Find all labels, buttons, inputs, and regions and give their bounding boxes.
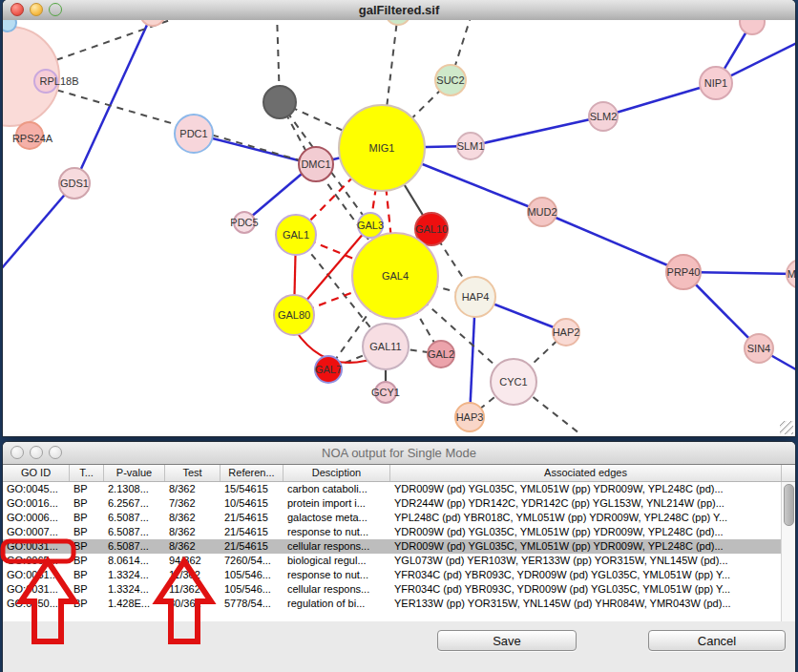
button-panel: Save Cancel [3, 621, 795, 672]
cell-associated-edges: YER133W (pp) YOR315W, YNL145W (pd) YHR08… [390, 597, 782, 611]
cell-test: 7/362 [165, 496, 220, 511]
cell-test: 8/362 [165, 539, 220, 554]
table-row[interactable]: GO:0045...BP2.1308...8/36215/54615carbon… [3, 482, 782, 496]
graph-window: galFiltered.sif RPL18BRPS24AGDS1PDC1DMC1… [3, 0, 795, 436]
cell-test: 80/362 [165, 597, 220, 611]
cell-p-value: 6.5087... [104, 525, 165, 539]
graph-node-label: MIG1 [369, 142, 395, 154]
graph-node-label: GAL2 [428, 348, 454, 360]
cell-test: 94/362 [165, 554, 220, 568]
cell-associated-edges: YDR009W (pd) YGL035C, YML051W (pp) YDR00… [390, 525, 782, 539]
graph-node-label: SLM1 [457, 140, 485, 152]
table-row[interactable]: GO:0031...BP1.3324...11/362105/546...cel… [3, 582, 782, 597]
noa-window: NOA output for Single Mode GO IDT...P-va… [3, 442, 795, 672]
column-header-referen[interactable]: Referen... [220, 465, 284, 481]
graph-node-topright-pink-node[interactable] [740, 20, 765, 34]
noa-window-titlebar[interactable]: NOA output for Single Mode [3, 442, 795, 465]
cell-associated-edges: YDR244W (pp) YDR142C, YDR142C (pp) YGL15… [390, 496, 782, 511]
save-button[interactable]: Save [437, 630, 577, 651]
graph-node-label: HAP3 [456, 411, 484, 423]
resize-grip[interactable] [780, 421, 793, 434]
graph-node-label: HAP4 [462, 291, 490, 303]
graph-node-label: GDS1 [60, 178, 89, 189]
column-header-stub [782, 465, 795, 481]
graph-node-label: GCY1 [371, 387, 400, 398]
graph-edge [471, 116, 603, 146]
cell-associated-edges: YDR009W (pd) YGL035C, YML051W (pp) YDR00… [390, 539, 782, 554]
network-canvas[interactable]: RPL18BRPS24AGDS1PDC1DMC1MIG1SUC2SLM1SLM2… [3, 20, 795, 436]
table-row[interactable]: GO:0050...BP1.428E...80/3625778/54...reg… [3, 597, 782, 611]
cell-type: BP [70, 539, 104, 554]
table-row[interactable]: GO:0065...BP8.0614...94/3627260/54...bio… [3, 554, 782, 568]
scrollbar-thumb[interactable] [784, 484, 794, 526]
graph-node-gray-node[interactable] [263, 86, 296, 118]
column-header-t[interactable]: T... [70, 465, 104, 481]
table-row[interactable]: GO:0016...BP6.2567...7/36210/54615protei… [3, 496, 782, 511]
graph-node-label: MUD2 [527, 206, 556, 218]
cell-type: BP [70, 554, 104, 568]
noa-window-title: NOA output for Single Mode [3, 442, 795, 464]
cell-p-value: 1.3324... [104, 582, 165, 597]
graph-edge [542, 212, 683, 272]
cell-description: regulation of bi... [284, 597, 390, 611]
cell-reference: 5778/54... [220, 597, 284, 611]
graph-window-titlebar[interactable]: galFiltered.sif [3, 0, 795, 21]
cell-reference: 105/546... [220, 582, 284, 597]
cell-type: BP [70, 568, 104, 582]
cell-reference: 21/54615 [220, 525, 284, 539]
graph-node-label: PRP40 [667, 266, 701, 278]
cell-associated-edges: YGL073W (pd) YER103W, YER133W (pp) YOR31… [390, 554, 782, 568]
graph-edge [603, 83, 716, 116]
cell-type: BP [70, 525, 104, 539]
graph-node-tiny-topleft-node[interactable] [3, 20, 16, 32]
graph-node-label: SIN4 [747, 343, 770, 354]
graph-node-label: HAP2 [553, 326, 580, 338]
cell-go-id: GO:0065... [3, 554, 70, 568]
cell-description: protein import i... [284, 496, 390, 511]
cell-p-value: 1.3324... [104, 568, 165, 582]
graph-node-label: RPL18B [40, 75, 79, 87]
cell-associated-edges: YDR009W (pd) YGL035C, YML051W (pp) YDR00… [390, 482, 782, 496]
column-header-pvalue[interactable]: P-value [104, 465, 165, 481]
cell-test: 8/362 [165, 525, 220, 539]
cell-description: response to nut... [284, 525, 390, 539]
cell-description: galactose meta... [284, 511, 390, 525]
cell-reference: 7260/54... [220, 554, 284, 568]
graph-node-top-green-node[interactable] [386, 20, 410, 25]
cell-test: 11/362 [165, 582, 220, 597]
cell-p-value: 6.5087... [104, 539, 165, 554]
cell-go-id: GO:0007... [3, 525, 70, 539]
table-row[interactable]: GO:0031...BP1.3324...11/362105/546...res… [3, 568, 782, 582]
column-header-associatededges[interactable]: Associated edges [390, 465, 782, 481]
column-header-goid[interactable]: GO ID [3, 465, 70, 481]
graph-node-label: GAL3 [357, 220, 384, 231]
column-header-desciption[interactable]: Desciption [284, 465, 390, 481]
graph-node-label: PDC1 [179, 128, 207, 139]
table-row[interactable]: GO:0007...BP6.5087...8/36221/54615respon… [3, 525, 782, 539]
cell-go-id: GO:0050... [3, 597, 70, 611]
graph-node-label: GAL80 [278, 309, 310, 321]
cell-go-id: GO:0031... [3, 568, 70, 582]
column-header-test[interactable]: Test [165, 465, 220, 481]
table-row[interactable]: GO:0006...BP6.5087...8/36221/54615galact… [3, 511, 782, 525]
cell-reference: 10/54615 [220, 496, 284, 511]
graph-node-top-pink-node[interactable] [140, 20, 165, 26]
cell-reference: 21/54615 [220, 511, 284, 525]
table-row[interactable]: GO:0031...BP6.5087...8/36221/54615cellul… [3, 539, 782, 554]
cell-p-value: 8.0614... [104, 554, 165, 568]
graph-node-label: SLM2 [590, 111, 618, 122]
cell-p-value: 6.2567... [104, 496, 165, 511]
cell-p-value: 6.5087... [104, 511, 165, 525]
vertical-scrollbar[interactable] [781, 482, 795, 621]
graph-node-label: MSL1 [788, 268, 795, 280]
cell-go-id: GO:0016... [3, 496, 70, 511]
cell-reference: 105/546... [220, 568, 284, 582]
cell-description: cellular respons... [284, 539, 390, 554]
cell-associated-edges: YFR034C (pd) YBR093C, YDR009W (pd) YGL03… [390, 568, 782, 582]
cell-associated-edges: YPL248C (pd) YBR018C, YML051W (pp) YDR00… [390, 511, 782, 525]
results-table: GO IDT...P-valueTestReferen...Desciption… [3, 465, 795, 621]
graph-node-label: GAL11 [369, 341, 401, 352]
cancel-button[interactable]: Cancel [648, 630, 786, 651]
graph-node-label: GAL7 [315, 364, 342, 375]
cell-type: BP [70, 511, 104, 525]
